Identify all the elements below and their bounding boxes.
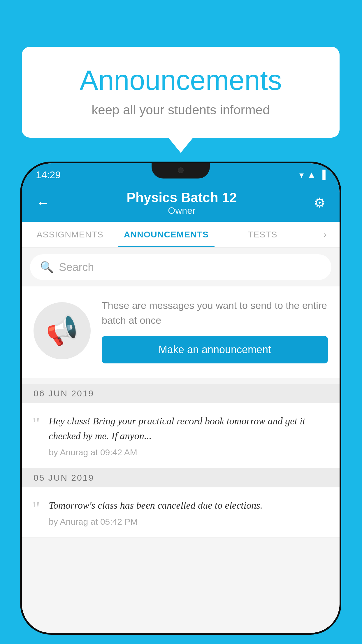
search-bar[interactable]: 🔍 Search [30, 254, 331, 280]
tab-tests[interactable]: TESTS [215, 222, 311, 247]
search-input[interactable]: Search [59, 261, 321, 274]
announce-description: These are messages you want to send to t… [102, 298, 328, 328]
search-icon: 🔍 [40, 261, 54, 274]
bubble-subtitle: keep all your students informed [45, 103, 316, 117]
back-button[interactable]: ← [36, 195, 50, 211]
announcement-meta-2: by Anurag at 05:42 PM [49, 517, 263, 527]
phone-screen: 14:29 ▾ ▲ ▐ ← Physics Batch 12 Owner ⚙ A… [22, 163, 340, 633]
date-separator-2: 05 JUN 2019 [22, 468, 340, 487]
bubble-title: Announcements [45, 64, 316, 96]
tab-more[interactable]: › [311, 222, 340, 247]
announcement-meta-1: by Anurag at 09:42 AM [49, 447, 329, 457]
announce-text-area: These are messages you want to send to t… [102, 298, 328, 363]
signal-icon: ▲ [307, 170, 316, 180]
front-camera [178, 167, 184, 173]
battery-icon: ▐ [319, 170, 326, 180]
screen-content: 🔍 Search 📢 These are messages you want t… [22, 248, 340, 633]
wifi-icon: ▾ [299, 170, 304, 180]
tab-assignments[interactable]: ASSIGNMENTS [22, 222, 118, 247]
quote-icon-2: " [32, 499, 40, 527]
announcement-text-1: Hey class! Bring your practical record b… [49, 414, 329, 457]
settings-icon[interactable]: ⚙ [314, 195, 326, 211]
date-separator-1: 06 JUN 2019 [22, 384, 340, 403]
speech-bubble: Announcements keep all your students inf… [22, 47, 340, 138]
megaphone-icon: 📢 [43, 312, 81, 350]
announcement-icon-circle: 📢 [34, 302, 91, 359]
announcement-item-1[interactable]: " Hey class! Bring your practical record… [22, 403, 340, 468]
status-icons: ▾ ▲ ▐ [299, 170, 326, 180]
phone-frame: 14:29 ▾ ▲ ▐ ← Physics Batch 12 Owner ⚙ A… [22, 163, 340, 633]
announcement-message-1: Hey class! Bring your practical record b… [49, 414, 329, 443]
status-time: 14:29 [36, 169, 61, 181]
more-icon: › [324, 230, 327, 239]
header-title: Physics Batch 12 [126, 190, 237, 205]
announcement-text-2: Tomorrow's class has been cancelled due … [49, 498, 263, 527]
header-center: Physics Batch 12 Owner [126, 190, 237, 216]
app-header: ← Physics Batch 12 Owner ⚙ [22, 184, 340, 222]
announcement-item-2[interactable]: " Tomorrow's class has been cancelled du… [22, 487, 340, 538]
tab-announcements[interactable]: ANNOUNCEMENTS [118, 222, 214, 247]
announcement-message-2: Tomorrow's class has been cancelled due … [49, 498, 263, 513]
phone-notch [152, 163, 210, 178]
announcement-empty-state: 📢 These are messages you want to send to… [22, 286, 340, 378]
make-announcement-button[interactable]: Make an announcement [102, 336, 328, 363]
tabs-bar: ASSIGNMENTS ANNOUNCEMENTS TESTS › [22, 222, 340, 248]
quote-icon-1: " [32, 415, 40, 457]
header-subtitle: Owner [126, 205, 237, 216]
